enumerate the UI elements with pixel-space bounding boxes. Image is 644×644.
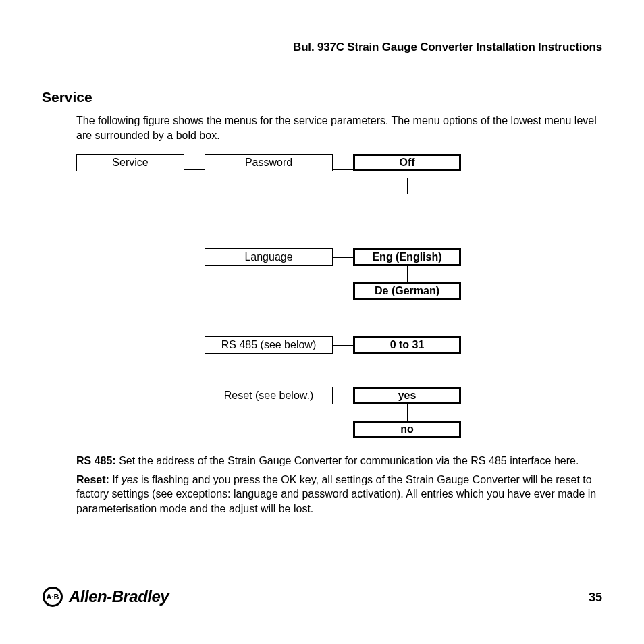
note-rs485-text: Set the address of the Strain Gauge Conv… xyxy=(116,455,579,466)
connector xyxy=(333,396,353,396)
page-number: 35 xyxy=(589,591,602,605)
note-reset-label: Reset: xyxy=(76,474,109,485)
option-reset-yes: yes xyxy=(353,387,461,404)
connector xyxy=(269,178,269,387)
intro-text: The following figure shows the menus for… xyxy=(76,113,602,142)
note-rs485-label: RS 485: xyxy=(76,455,116,466)
option-language-eng: Eng (English) xyxy=(353,248,461,266)
footer: A·B Allen-Bradley 35 xyxy=(42,583,602,608)
doc-header: Bul. 937C Strain Gauge Converter Install… xyxy=(293,41,602,54)
connector xyxy=(333,169,353,170)
note-reset: Reset: If yes is flashing and you press … xyxy=(76,473,602,516)
connector xyxy=(333,345,353,346)
option-rs485-range: 0 to 31 xyxy=(353,336,461,354)
notes-block: RS 485: Set the address of the Strain Ga… xyxy=(76,454,602,520)
brand-name: Allen-Bradley xyxy=(69,587,169,606)
option-reset-no: no xyxy=(353,421,461,438)
allen-bradley-logo-icon: A·B xyxy=(42,586,63,608)
connector xyxy=(333,257,353,258)
option-language-de: De (German) xyxy=(353,282,461,300)
note-reset-prefix: If xyxy=(109,474,122,485)
note-rs485: RS 485: Set the address of the Strain Ga… xyxy=(76,454,602,468)
connector xyxy=(184,169,205,170)
connector xyxy=(407,178,408,194)
note-reset-suffix: is flashing and you press the OK key, al… xyxy=(76,474,596,514)
menu-reset: Reset (see below.) xyxy=(205,387,333,404)
option-password-off: Off xyxy=(353,154,461,171)
menu-password: Password xyxy=(205,154,333,171)
connector xyxy=(407,266,408,282)
brand: A·B Allen-Bradley xyxy=(42,586,169,608)
menu-service: Service xyxy=(76,154,184,171)
note-reset-yes: yes xyxy=(122,474,138,485)
svg-text:A·B: A·B xyxy=(47,593,59,601)
menu-tree-diagram: Service Password On Off Language Eng (En… xyxy=(76,154,481,444)
section-title: Service xyxy=(42,89,92,105)
connector xyxy=(407,404,408,421)
